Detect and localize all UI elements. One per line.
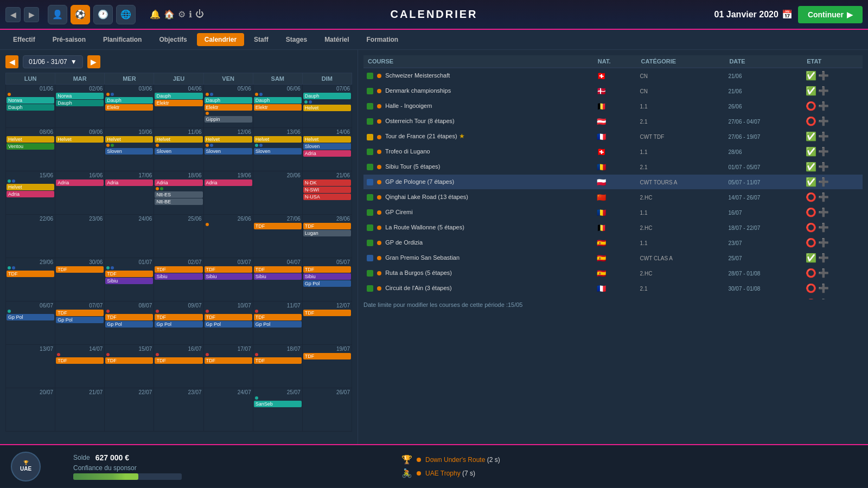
add-button[interactable]: ➕ bbox=[818, 86, 829, 95]
race-state-cell[interactable]: ⭕ ➕ bbox=[802, 190, 863, 205]
race-state-cell[interactable]: ✅ ➕ bbox=[802, 144, 863, 159]
tab-effectif[interactable]: Effectif bbox=[5, 33, 43, 46]
cal-day[interactable]: 01/07 TDF Sibiu bbox=[105, 258, 154, 301]
cal-day[interactable]: 12/07 TDF bbox=[302, 301, 352, 345]
table-row[interactable]: Supervolta a Portugal (11 étapes) 🇵🇹 2.1… bbox=[363, 296, 863, 300]
cal-day[interactable]: 07/06 Dauph Helvet bbox=[302, 85, 352, 128]
tab-staff[interactable]: Staff bbox=[246, 33, 276, 46]
table-row[interactable]: Circuit de l'Ain (3 étapes) 🇫🇷 2.1 30/07… bbox=[363, 281, 863, 296]
cal-day[interactable]: 02/06 Norwa Dauph bbox=[55, 85, 105, 128]
cal-day[interactable]: 23/06 bbox=[55, 215, 105, 258]
gear-icon[interactable]: ⚙ bbox=[178, 9, 186, 20]
table-row[interactable]: La Route Wallonne (5 étapes) 🇧🇪 2.HC 18/… bbox=[363, 220, 863, 235]
add-button[interactable]: ➕ bbox=[818, 132, 829, 141]
add-button[interactable]: ➕ bbox=[818, 177, 829, 187]
cal-day[interactable]: 30/06 TDF bbox=[55, 258, 105, 301]
add-button[interactable]: ➕ bbox=[818, 162, 829, 171]
race-state-cell[interactable]: ⭕ ➕ bbox=[802, 99, 863, 114]
roster-icon-btn[interactable]: 👤 bbox=[48, 5, 67, 24]
race-state-cell[interactable]: ⭕ ➕ bbox=[802, 281, 863, 296]
tab-presaison[interactable]: Pré-saison bbox=[45, 33, 93, 46]
cal-day[interactable]: 01/06 Norwa Dauph bbox=[6, 85, 55, 128]
cal-day[interactable]: 04/06 Dauph Elektr bbox=[154, 85, 203, 128]
cal-day[interactable]: 10/07 TDF Gp Pol bbox=[203, 301, 253, 345]
table-row[interactable]: Schweizer Meisterschaft 🇨🇭 CN 21/06 ✅ ➕ bbox=[363, 68, 863, 84]
cal-day[interactable]: 24/06 bbox=[105, 215, 154, 258]
table-row[interactable]: Denmark championships 🇩🇰 CN 21/06 ✅ ➕ bbox=[363, 84, 863, 99]
cal-day[interactable]: 10/06 Helvet Sloven bbox=[105, 128, 154, 171]
cal-day[interactable]: 15/06 Helvet Adria bbox=[6, 171, 55, 215]
race-state-cell[interactable]: ⭕ ➕ bbox=[802, 220, 863, 235]
cal-day[interactable]: 15/07 TDF bbox=[105, 345, 154, 388]
race-state-cell[interactable]: ✅ ➕ bbox=[802, 129, 863, 144]
date-calendar-icon[interactable]: 📅 bbox=[782, 9, 793, 20]
cal-day[interactable]: 07/07 TDF Gp Pol bbox=[55, 301, 105, 345]
cal-day[interactable]: 09/06 Helvet bbox=[55, 128, 105, 171]
race-state-cell[interactable]: ✅ ➕ bbox=[802, 175, 863, 190]
cal-day[interactable]: 21/06 N-DK N-SWI N-USA bbox=[302, 171, 352, 215]
table-row[interactable]: Halle - Ingooigem 🇧🇪 1.1 26/06 ⭕ ➕ bbox=[363, 99, 863, 114]
cal-day[interactable]: 05/07 TDF Sibiu Gp Pol bbox=[302, 258, 352, 301]
cal-day[interactable]: 06/06 Dauph Elektr bbox=[253, 85, 302, 128]
add-button[interactable]: ➕ bbox=[818, 284, 829, 293]
cal-day[interactable]: 19/07 TDF bbox=[302, 345, 352, 388]
table-row[interactable]: Osterreich Tour (8 étapes) 🇦🇹 2.1 27/06 … bbox=[363, 114, 863, 129]
add-button[interactable]: ➕ bbox=[818, 268, 829, 278]
cal-day[interactable]: 05/06 Dauph Elektr Gippin bbox=[203, 85, 253, 128]
cal-day[interactable]: 25/06 bbox=[154, 215, 203, 258]
cal-day[interactable]: 29/06 TDF bbox=[6, 258, 55, 301]
add-button[interactable]: ➕ bbox=[818, 253, 829, 262]
race-state-cell[interactable]: ⭕ ➕ bbox=[802, 266, 863, 281]
cal-day[interactable]: 22/07 bbox=[105, 388, 154, 432]
cal-day[interactable]: 21/07 bbox=[55, 388, 105, 432]
globe-icon-btn[interactable]: 🌐 bbox=[116, 5, 136, 24]
table-row[interactable]: GP de Ordizia 🇪🇸 1.1 23/07 ⭕ ➕ bbox=[363, 235, 863, 251]
table-row[interactable]: GP Ciremi 🇷🇴 1.1 16/07 ⭕ ➕ bbox=[363, 205, 863, 220]
cal-day[interactable]: 11/06 Helvet Sloven bbox=[154, 128, 203, 171]
clock-icon-btn[interactable]: 🕐 bbox=[93, 5, 113, 24]
add-button[interactable]: ➕ bbox=[818, 147, 829, 156]
cal-day[interactable]: 27/06 TDF bbox=[253, 215, 302, 258]
table-row[interactable]: Qinghai Lake Road (13 étapes) 🇨🇳 2.HC 14… bbox=[363, 190, 863, 205]
cal-day[interactable]: 20/07 bbox=[6, 388, 55, 432]
add-button[interactable]: ➕ bbox=[818, 299, 829, 299]
races-scroll-area[interactable]: COURSE NAT. CATÉGORIE DATE ETAT Schweize… bbox=[363, 55, 863, 299]
cal-day[interactable]: 13/07 bbox=[6, 345, 55, 388]
cal-day[interactable]: 14/07 TDF bbox=[55, 345, 105, 388]
add-button[interactable]: ➕ bbox=[818, 238, 829, 247]
cal-day[interactable]: 16/06 Adria bbox=[55, 171, 105, 215]
table-row[interactable]: Trofeo di Lugano 🇨🇭 1.1 28/06 ✅ ➕ bbox=[363, 144, 863, 159]
table-row[interactable]: Ruta a Burgos (5 étapes) 🇪🇸 2.HC 28/07 -… bbox=[363, 266, 863, 281]
race-state-cell[interactable]: ⭕ ➕ bbox=[802, 235, 863, 251]
cal-day[interactable]: 03/07 TDF Sibiu bbox=[203, 258, 253, 301]
cal-day[interactable]: 28/06 TDF Lugan bbox=[302, 215, 352, 258]
tab-calendrier[interactable]: Calendrier bbox=[197, 33, 244, 46]
cal-day[interactable]: 26/07 bbox=[302, 388, 352, 432]
cal-day[interactable]: 17/07 TDF bbox=[203, 345, 253, 388]
table-row[interactable]: Tour de France (21 étapes) ★ 🇫🇷 CWT TDF … bbox=[363, 129, 863, 144]
cal-day[interactable]: 11/07 TDF Gp Pol bbox=[253, 301, 302, 345]
table-row[interactable]: GP de Pologne (7 étapes) 🇵🇱 CWT TOURS A … bbox=[363, 175, 863, 190]
power-icon[interactable]: ⏻ bbox=[195, 9, 204, 20]
cal-day[interactable]: 06/07 Gp Pol bbox=[6, 301, 55, 345]
race-state-cell[interactable]: ⭕ ➕ bbox=[802, 205, 863, 220]
cal-day[interactable]: 08/07 TDF Gp Pol bbox=[105, 301, 154, 345]
cal-day[interactable]: 03/06 Dauph Elektr bbox=[105, 85, 154, 128]
cal-day[interactable]: 02/07 TDF Sibiu bbox=[154, 258, 203, 301]
cal-day[interactable]: 22/06 bbox=[6, 215, 55, 258]
cal-day[interactable]: 18/06 Adria Ntt-ES Ntt-BE bbox=[154, 171, 203, 215]
home-icon[interactable]: 🏠 bbox=[164, 9, 175, 20]
cal-day[interactable]: 24/07 bbox=[203, 388, 253, 432]
tab-stages[interactable]: Stages bbox=[278, 33, 315, 46]
cal-day[interactable]: 09/07 TDF Gp Pol bbox=[154, 301, 203, 345]
race-state-cell[interactable]: ✅ ➕ bbox=[802, 251, 863, 266]
cal-day[interactable]: 17/06 Adria bbox=[105, 171, 154, 215]
cal-day[interactable]: 04/07 TDF Sibiu bbox=[253, 258, 302, 301]
cal-day[interactable]: 18/07 TDF bbox=[253, 345, 302, 388]
cal-day[interactable]: 16/07 TDF bbox=[154, 345, 203, 388]
race-state-cell[interactable]: ✅ ➕ bbox=[802, 68, 863, 84]
forward-button[interactable]: ▶ bbox=[24, 7, 39, 22]
tab-objectifs[interactable]: Objectifs bbox=[151, 33, 194, 46]
continue-button[interactable]: Continuer ▶ bbox=[798, 6, 863, 23]
cal-day[interactable]: 08/06 Helvet Ventou bbox=[6, 128, 55, 171]
